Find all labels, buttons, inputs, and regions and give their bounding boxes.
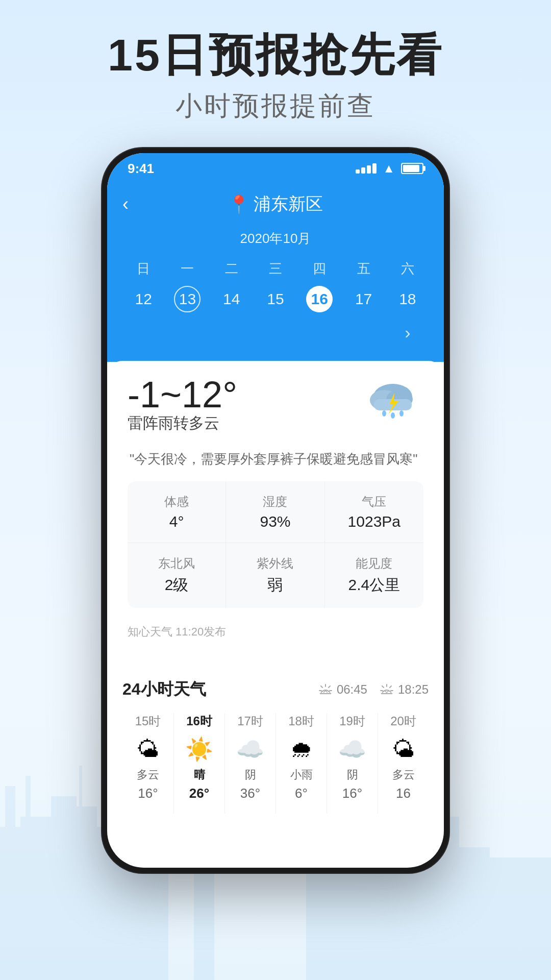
stat-wind-value: 2级	[136, 575, 217, 596]
hour-item-20: 20时 🌤 多云 16	[378, 713, 429, 814]
status-bar: 9:41 ▲	[107, 153, 444, 184]
stat-pressure-label: 气压	[333, 494, 415, 510]
hour-time-20: 20时	[378, 713, 429, 729]
cal-day-12[interactable]: 12	[122, 282, 164, 316]
phone-screen: 9:41 ▲ ‹ 📍	[107, 153, 444, 868]
hour-time-18: 18时	[276, 713, 327, 729]
stat-visibility-label: 能见度	[333, 555, 415, 572]
sunset-info: 18:25	[380, 682, 429, 697]
cal-header-mon: 一	[166, 258, 208, 280]
hour-item-15: 15时 🌤 多云 16°	[122, 713, 173, 814]
stat-humidity-label: 湿度	[234, 494, 316, 510]
cal-day-17[interactable]: 17	[342, 282, 384, 316]
hour-time-17: 17时	[225, 713, 276, 729]
stat-uv-label: 紫外线	[234, 555, 316, 572]
sunrise-time: 06:45	[337, 682, 367, 697]
hour-desc-17: 阴	[225, 767, 276, 782]
cal-next-button[interactable]: ›	[387, 318, 429, 347]
cal-day-15[interactable]: 15	[255, 282, 296, 316]
stat-uv: 紫外线 弱	[226, 543, 324, 608]
publish-info: 知心天气 11:20发布	[128, 620, 423, 640]
hour-icon-20: 🌤	[378, 736, 429, 763]
temp-range: -1~12°	[128, 376, 237, 413]
hour-icon-15: 🌤	[122, 736, 173, 763]
hour-desc-18: 小雨	[276, 767, 327, 782]
weather-tip: "今天很冷，需要厚外套厚裤子保暖避免感冒风寒"	[128, 449, 423, 469]
status-time: 9:41	[128, 161, 154, 177]
hour-icon-17: ☁️	[225, 736, 276, 763]
svg-point-27	[399, 410, 404, 416]
stat-feels-like: 体感 4°	[128, 481, 226, 543]
svg-rect-2	[20, 817, 51, 980]
hour-desc-20: 多云	[378, 767, 429, 782]
stat-pressure-value: 1023Pa	[333, 513, 415, 530]
svg-rect-0	[0, 827, 20, 980]
hour-item-17: 17时 ☁️ 阴 36°	[224, 713, 276, 814]
location-pin-icon: 📍	[228, 194, 249, 214]
svg-rect-19	[490, 857, 551, 980]
hour-desc-15: 多云	[122, 767, 173, 782]
stat-wind: 东北风 2级	[128, 543, 226, 608]
svg-rect-6	[79, 766, 82, 806]
calendar-area: 2020年10月 日 一 二 三 四 五 六 12 13	[107, 225, 444, 362]
cal-header-sun: 日	[122, 258, 164, 280]
phone-outer: 9:41 ▲ ‹ 📍	[102, 148, 449, 873]
thunder-cloud-icon	[365, 379, 421, 425]
sunset-time: 18:25	[398, 682, 429, 697]
hour-desc-19: 阴	[327, 767, 378, 782]
cal-day-16[interactable]: 16	[298, 282, 340, 316]
headline-area: 15日预报抢先看 小时预报提前查	[0, 31, 551, 124]
hour-icon-18: 🌧	[276, 736, 327, 763]
stat-feels-like-value: 4°	[136, 513, 217, 530]
calendar-grid: 日 一 二 三 四 五 六 12 13	[122, 258, 429, 347]
cal-header-wed: 三	[255, 258, 296, 280]
stat-humidity: 湿度 93%	[226, 481, 324, 543]
hour-icon-19: ☁️	[327, 736, 378, 763]
cal-day-14[interactable]: 14	[211, 282, 253, 316]
hour-temp-17: 36°	[225, 786, 276, 801]
signal-icon	[356, 163, 377, 174]
stats-grid: 体感 4° 湿度 93% 气压 1023Pa 东北风 2级	[128, 481, 423, 608]
hour-temp-20: 16	[378, 786, 429, 801]
hour-desc-16: 晴	[174, 767, 224, 782]
svg-rect-5	[77, 806, 97, 980]
stat-pressure: 气压 1023Pa	[325, 481, 423, 543]
headline-sub: 小时预报提前查	[0, 88, 551, 124]
back-button[interactable]: ‹	[122, 193, 129, 215]
hour-item-19: 19时 ☁️ 阴 16°	[327, 713, 378, 814]
svg-point-25	[382, 410, 386, 416]
cal-day-13[interactable]: 13	[166, 282, 208, 316]
nav-title: 📍 浦东新区	[228, 192, 323, 216]
battery-icon	[401, 163, 423, 174]
svg-point-26	[391, 412, 395, 419]
hour-icon-16: ☀️	[174, 736, 224, 763]
sunrise-icon	[318, 683, 333, 696]
stat-feels-like-label: 体感	[136, 494, 217, 510]
hourly-section: 24小时天气 06:45	[107, 663, 444, 814]
calendar-month: 2020年10月	[122, 230, 429, 248]
wifi-icon: ▲	[383, 161, 395, 176]
hour-temp-15: 16°	[122, 786, 173, 801]
hourly-title: 24小时天气	[122, 678, 206, 701]
headline-main: 15日预报抢先看	[0, 31, 551, 80]
svg-rect-4	[51, 796, 77, 980]
cal-day-18[interactable]: 18	[387, 282, 429, 316]
stat-visibility: 能见度 2.4公里	[325, 543, 423, 608]
weather-icon-area	[362, 376, 423, 427]
hour-item-16: 16时 ☀️ 晴 26°	[173, 713, 224, 814]
sunrise-info: 06:45	[318, 682, 367, 697]
hour-time-19: 19时	[327, 713, 378, 729]
stat-uv-value: 弱	[234, 575, 316, 596]
stat-humidity-value: 93%	[234, 513, 316, 530]
hour-time-15: 15时	[122, 713, 173, 729]
weather-card: -1~12° 雷阵雨转多云	[107, 361, 444, 655]
hour-item-18: 18时 🌧 小雨 6°	[276, 713, 327, 814]
hour-time-16: 16时	[174, 713, 224, 729]
location-name: 浦东新区	[254, 192, 323, 216]
status-icons: ▲	[356, 161, 423, 176]
sunrise-sunset: 06:45 18:25	[318, 682, 429, 697]
hour-temp-18: 6°	[276, 786, 327, 801]
cal-header-sat: 六	[387, 258, 429, 280]
hourly-scroll: 15时 🌤 多云 16° 16时 ☀️ 晴 26° 17时	[122, 713, 429, 814]
phone-mockup: 9:41 ▲ ‹ 📍	[102, 148, 449, 873]
